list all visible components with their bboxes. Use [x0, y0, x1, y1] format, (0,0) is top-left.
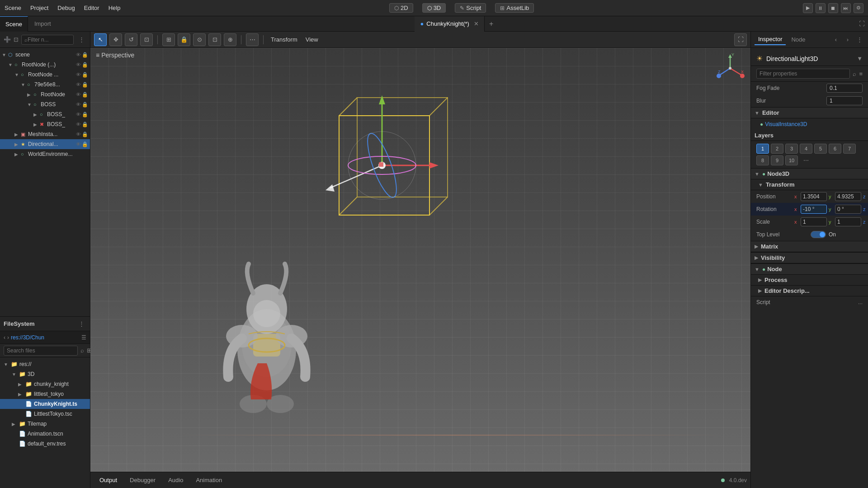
vis-icon[interactable]: 👁 — [76, 82, 81, 87]
menu-debug[interactable]: Debug — [57, 5, 75, 11]
soft-tool[interactable]: ⊕ — [224, 33, 236, 46]
vis-icon[interactable]: 👁 — [76, 131, 81, 137]
vis-icon[interactable]: 👁 — [76, 92, 81, 97]
tree-item-rootnode1[interactable]: ▼ ○ RootNode (...) 👁 🔒 — [0, 60, 90, 70]
scene-gizmo[interactable]: X Y Z — [714, 52, 746, 84]
tree-item-79e[interactable]: ▼ ○ 79e56e8... 👁 🔒 — [0, 80, 90, 89]
move-tool[interactable]: ✥ — [109, 33, 122, 46]
blur-input[interactable] — [826, 96, 863, 105]
fs-forward-button[interactable]: › — [7, 334, 9, 341]
tab-animation[interactable]: Animation — [190, 475, 227, 485]
lock-icon[interactable]: 🔒 — [82, 141, 88, 147]
section-transform[interactable]: ▼ Transform — [751, 179, 868, 190]
tab-scene[interactable]: Scene — [0, 16, 28, 32]
fs-item-chunky[interactable]: ▶ 📁 chunky_knight — [0, 379, 90, 389]
fs-search-icon[interactable]: ⌕ — [80, 347, 84, 354]
tree-arrow[interactable]: ▼ — [8, 62, 14, 67]
tree-arrow[interactable]: ▼ — [21, 82, 27, 87]
add-node-icon[interactable]: ➕ — [4, 36, 11, 43]
layers-more-button[interactable]: ⋯ — [800, 155, 812, 165]
section-editor[interactable]: ▼ Editor — [751, 107, 868, 118]
tab-output[interactable]: Output — [94, 475, 123, 485]
menu-editor[interactable]: Editor — [84, 5, 99, 11]
vis-icon[interactable]: 👁 — [76, 112, 81, 117]
pivot-tool[interactable]: ⊙ — [193, 33, 206, 46]
lock-icon[interactable]: 🔒 — [82, 131, 88, 137]
tree-item-boss-sub2[interactable]: ▶ ✖ BOSS_ 👁 🔒 — [0, 119, 90, 129]
lock-icon-scene[interactable]: 🔒 — [82, 52, 88, 58]
layer-btn-4[interactable]: 4 — [800, 144, 812, 154]
tree-item-directional[interactable]: ▶ ★ Directional... 👁 🔒 — [0, 139, 90, 149]
tab-file-chunky[interactable]: ● ChunkyKnight(*) ✕ — [415, 16, 485, 32]
tree-arrow[interactable]: ▶ — [14, 152, 21, 157]
filter-options-icon[interactable]: ≡ — [859, 70, 863, 77]
fs-item-tilemap[interactable]: ▶ 📁 Tilemap — [0, 419, 90, 429]
step-button[interactable]: ⏭ — [841, 3, 851, 13]
tree-item-scene[interactable]: ▼ ⬡ scene 👁 🔒 — [0, 50, 90, 60]
maximize-scene-button[interactable]: ⛶ — [855, 18, 868, 30]
tab-audio[interactable]: Audio — [163, 475, 189, 485]
perspective-menu-icon[interactable]: ≡ — [96, 52, 99, 59]
tab-inspector[interactable]: Inspector — [755, 34, 786, 45]
play-button[interactable]: ▶ — [803, 3, 813, 13]
top-level-toggle[interactable] — [811, 231, 826, 238]
vis-icon[interactable]: 👁 — [76, 62, 81, 67]
add-tab-button[interactable]: + — [485, 20, 498, 28]
layer-btn-2[interactable]: 2 — [771, 144, 783, 154]
layer-btn-5[interactable]: 5 — [814, 144, 827, 154]
layer-btn-10[interactable]: 10 — [785, 155, 798, 165]
fs-layout-icon[interactable]: ☰ — [81, 334, 86, 341]
fs-options-button[interactable]: ⋮ — [76, 319, 86, 329]
fs-item-default-env[interactable]: ▶ 📄 default_env.tres — [0, 439, 90, 449]
tree-arrow[interactable]: ▼ — [27, 102, 33, 107]
rotate-tool[interactable]: ↺ — [125, 33, 137, 46]
tree-arrow[interactable]: ▼ — [2, 52, 8, 57]
tree-arrow[interactable]: ▼ — [14, 72, 21, 77]
tab-debugger[interactable]: Debugger — [124, 475, 161, 485]
menu-project[interactable]: Project — [30, 5, 48, 11]
fs-item-chunky-ts[interactable]: ▶ 📄 ChunkyKnight.ts — [0, 399, 90, 409]
lock-icon[interactable]: 🔒 — [82, 92, 88, 98]
visual-instance-label[interactable]: VisualInstance3D — [765, 121, 819, 127]
transform-menu[interactable]: Transform — [268, 36, 300, 43]
lock-icon[interactable]: 🔒 — [82, 82, 88, 88]
scale-y-input[interactable] — [835, 217, 861, 226]
vis-icon[interactable]: 👁 — [76, 102, 81, 107]
lock-icon[interactable]: 🔒 — [82, 72, 88, 78]
mode-3d[interactable]: ⬡ 3D — [422, 3, 446, 13]
fs-item-res[interactable]: ▼ 📁 res:// — [0, 359, 90, 369]
lock-tool[interactable]: 🔒 — [178, 33, 190, 46]
fs-item-3d[interactable]: ▼ 📁 3D — [0, 369, 90, 379]
tree-arrow[interactable]: ▶ — [33, 112, 40, 117]
fs-item-littlest[interactable]: ▶ 📁 littlest_tokyo — [0, 389, 90, 399]
section-node[interactable]: ▼ ● Node — [751, 263, 868, 275]
close-tab-icon[interactable]: ✕ — [474, 20, 479, 27]
tree-item-rootnode-inner[interactable]: ▶ ○ RootNode 👁 🔒 — [0, 89, 90, 99]
tree-item-meshinsta[interactable]: ▶ ▣ MeshInsta... 👁 🔒 — [0, 129, 90, 139]
vis-icon[interactable]: 👁 — [76, 122, 81, 127]
tree-item-boss-sub1[interactable]: ▶ ○ BOSS_ 👁 🔒 — [0, 109, 90, 119]
layer-btn-1[interactable]: 1 — [756, 144, 769, 154]
rotation-y-input[interactable] — [835, 205, 861, 214]
node-type-dropdown[interactable]: ▼ — [857, 55, 863, 62]
mode-script[interactable]: ✎ Script — [455, 3, 486, 13]
layer-btn-7[interactable]: 7 — [843, 144, 856, 154]
tab-node[interactable]: Node — [788, 34, 809, 45]
scale-x-input[interactable] — [801, 217, 827, 226]
fs-item-animation[interactable]: ▶ 📄 Animation.tscn — [0, 429, 90, 439]
lock-icon[interactable]: 🔒 — [82, 112, 88, 117]
pause-button[interactable]: ⏸ — [816, 3, 826, 13]
vis-icon[interactable]: 👁 — [76, 141, 81, 147]
snap-grid-tool[interactable]: ⊞ — [162, 33, 175, 46]
section-editor-descr[interactable]: ▶ Editor Descrip... — [751, 286, 868, 296]
lock-icon[interactable]: 🔒 — [82, 62, 88, 68]
tree-item-rootnode2[interactable]: ▼ ○ RootNode ... 👁 🔒 — [0, 70, 90, 80]
viewport-canvas[interactable]: ≡ Perspective X — [90, 48, 750, 472]
fog-fade-input[interactable] — [826, 84, 863, 93]
menu-scene[interactable]: Scene — [5, 5, 21, 11]
scene-options-button[interactable]: ⋮ — [76, 35, 86, 45]
select-tool[interactable]: ↖ — [94, 33, 107, 46]
inspector-history-button[interactable]: ⋮ — [854, 35, 864, 45]
layer-btn-6[interactable]: 6 — [829, 144, 841, 154]
scene-filter-box[interactable]: ⌕ — [21, 35, 74, 45]
